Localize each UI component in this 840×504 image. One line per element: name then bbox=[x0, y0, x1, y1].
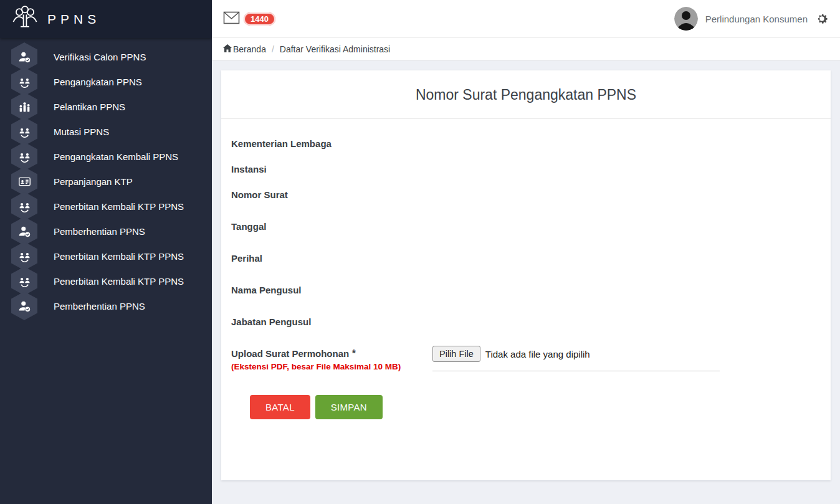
field-label: Tanggal bbox=[231, 221, 266, 232]
user-name: Perlindungan Konsumen bbox=[705, 14, 808, 24]
users-sync-icon bbox=[11, 267, 37, 295]
save-button[interactable]: SIMPAN bbox=[315, 395, 383, 419]
form-body: Kementerian Lembaga Instansi bbox=[221, 119, 831, 445]
envelope-icon bbox=[223, 11, 240, 27]
sidebar-item-label: Penerbitan Kembali KTP PPNS bbox=[54, 251, 184, 262]
sidebar-item[interactable]: Pengangkatan Kembali PPNS bbox=[0, 144, 212, 169]
sidebar-item[interactable]: Pemberhentian PPNS bbox=[0, 293, 212, 318]
home-icon bbox=[223, 44, 232, 54]
sidebar-item[interactable]: Penerbitan Kembali KTP PPNS bbox=[0, 194, 212, 219]
sidebar-item-label: Pengangkatan PPNS bbox=[54, 77, 142, 87]
id-card-icon bbox=[11, 167, 37, 196]
required-mark: * bbox=[352, 348, 356, 359]
mail-button[interactable]: 1440 bbox=[223, 11, 275, 27]
ministry-logo-icon bbox=[11, 4, 39, 35]
upload-label: Upload Surat Permohonan bbox=[231, 348, 349, 359]
sidebar-item[interactable]: Verifikasi Calon PPNS bbox=[0, 44, 212, 69]
sidebar-item-label: Mutasi PPNS bbox=[54, 126, 109, 137]
breadcrumb-current: Daftar Verifikasi Administrasi bbox=[280, 44, 390, 54]
topbar-right: Perlindungan Konsumen bbox=[674, 7, 829, 31]
form-row: Tanggal bbox=[231, 217, 821, 232]
action-buttons: BATAL SIMPAN bbox=[250, 395, 821, 419]
sidebar: PPNS Verifikasi Calon PPNS Pengangkatan … bbox=[0, 0, 212, 504]
users-sync-icon bbox=[11, 117, 37, 146]
brand-title: PPNS bbox=[47, 12, 100, 27]
form-card: Nomor Surat Pengangkatan PPNS Kementeria… bbox=[221, 70, 831, 480]
file-input: Pilih File Tidak ada file yang dipilih bbox=[432, 344, 720, 371]
field-label: Nama Pengusul bbox=[231, 285, 302, 295]
form-fields: Kementerian Lembaga Instansi bbox=[231, 134, 821, 328]
field-label: Instansi bbox=[231, 164, 267, 174]
upload-note: (Ekstensi PDF, besar File Maksimal 10 MB… bbox=[231, 362, 432, 371]
sidebar-item[interactable]: Pelantikan PPNS bbox=[0, 94, 212, 119]
sidebar-item-label: Pemberhentian PPNS bbox=[54, 226, 145, 237]
field-label: Jabatan Pengusul bbox=[231, 316, 311, 327]
sidebar-item[interactable]: Pemberhentian PPNS bbox=[0, 219, 212, 244]
choose-file-button[interactable]: Pilih File bbox=[432, 346, 480, 362]
sidebar-item[interactable]: Perpanjangan KTP bbox=[0, 169, 212, 194]
users-sync-icon bbox=[11, 192, 37, 221]
breadcrumb-home-link[interactable]: Beranda bbox=[223, 44, 266, 54]
avatar[interactable] bbox=[674, 7, 698, 31]
user-check-icon bbox=[11, 217, 37, 245]
sidebar-item-label: Penerbitan Kembali KTP PPNS bbox=[54, 276, 184, 287]
user-check-icon bbox=[11, 292, 37, 320]
sidebar-item-label: Penerbitan Kembali KTP PPNS bbox=[54, 201, 184, 212]
sidebar-item[interactable]: Penerbitan Kembali KTP PPNS bbox=[0, 244, 212, 269]
users-sync-icon bbox=[11, 67, 37, 96]
breadcrumb: Beranda / Daftar Verifikasi Administrasi bbox=[212, 38, 840, 60]
sidebar-header: PPNS bbox=[0, 0, 212, 38]
form-row: Nama Pengusul bbox=[231, 280, 821, 296]
sidebar-item-label: Pemberhentian PPNS bbox=[54, 301, 145, 311]
form-row: Kementerian Lembaga bbox=[231, 134, 821, 150]
people-podium-icon bbox=[11, 92, 37, 121]
form-row: Perihal bbox=[231, 249, 821, 264]
form-row: Instansi bbox=[231, 159, 821, 175]
cancel-button[interactable]: BATAL bbox=[250, 395, 310, 419]
sidebar-item[interactable]: Pengangkatan PPNS bbox=[0, 69, 212, 94]
main-area: 1440 Perlindungan Konsumen bbox=[212, 0, 840, 504]
sidebar-menu: Verifikasi Calon PPNS Pengangkatan PPNS … bbox=[0, 38, 212, 318]
mail-count-badge: 1440 bbox=[244, 12, 275, 26]
user-check-icon bbox=[11, 42, 37, 71]
upload-row: Upload Surat Permohonan * (Ekstensi PDF,… bbox=[231, 344, 821, 371]
page-title: Nomor Surat Pengangkatan PPNS bbox=[221, 70, 831, 118]
form-row: Nomor Surat bbox=[231, 185, 821, 201]
sidebar-item[interactable]: Mutasi PPNS bbox=[0, 119, 212, 144]
breadcrumb-separator: / bbox=[272, 44, 274, 54]
sidebar-item-label: Verifikasi Calon PPNS bbox=[54, 52, 146, 62]
settings-gear-icon[interactable] bbox=[815, 12, 829, 26]
content-area: Nomor Surat Pengangkatan PPNS Kementeria… bbox=[212, 60, 840, 504]
topbar: 1440 Perlindungan Konsumen bbox=[212, 0, 840, 38]
form-row: Jabatan Pengusul bbox=[231, 312, 821, 328]
file-status-text: Tidak ada file yang dipilih bbox=[485, 349, 590, 359]
sidebar-item-label: Pelantikan PPNS bbox=[54, 102, 125, 112]
users-sync-icon bbox=[11, 142, 37, 171]
sidebar-item-label: Perpanjangan KTP bbox=[54, 176, 133, 187]
users-sync-icon bbox=[11, 242, 37, 270]
field-label: Nomor Surat bbox=[231, 189, 288, 200]
field-label: Kementerian Lembaga bbox=[231, 138, 332, 149]
sidebar-item-label: Pengangkatan Kembali PPNS bbox=[54, 151, 178, 162]
sidebar-item[interactable]: Penerbitan Kembali KTP PPNS bbox=[0, 269, 212, 293]
field-label: Perihal bbox=[231, 253, 262, 264]
